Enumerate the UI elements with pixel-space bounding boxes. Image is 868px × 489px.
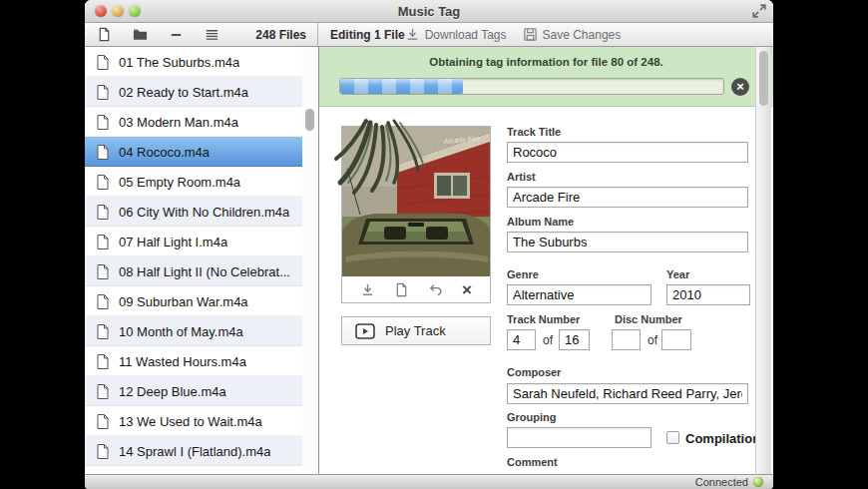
status-bar: Connected	[85, 474, 773, 489]
year-input[interactable]	[666, 284, 750, 305]
play-icon	[355, 323, 375, 339]
file-icon	[97, 414, 109, 429]
editing-status: Editing 1 File	[319, 28, 405, 42]
play-track-label: Play Track	[385, 323, 446, 338]
progress-fill	[340, 79, 463, 94]
file-list-row[interactable]: 12 Deep Blue.m4a	[85, 376, 302, 406]
cancel-progress-button[interactable]: ×	[731, 78, 749, 96]
genre-label: Genre	[507, 268, 539, 280]
file-icon	[97, 354, 109, 369]
grouping-input[interactable]	[507, 427, 651, 448]
window-title: Music Tag	[85, 4, 773, 19]
file-icon	[97, 55, 109, 70]
file-list-row[interactable]: 07 Half Light I.m4a	[85, 227, 302, 256]
artist-input[interactable]	[507, 187, 748, 208]
play-track-button[interactable]: Play Track	[341, 316, 491, 345]
file-list-row[interactable]: 03 Modern Man.m4a	[85, 107, 302, 137]
grouping-label: Grouping	[507, 411, 557, 423]
track-total-input[interactable]	[559, 329, 590, 350]
genre-input[interactable]	[507, 284, 651, 305]
file-name: 09 Suburban War.m4a	[119, 294, 248, 309]
file-count: 248 Files	[255, 28, 306, 42]
artist-label: Artist	[507, 171, 536, 183]
list-view-icon[interactable]	[205, 27, 219, 42]
main-area: 01 The Suburbs.m4a 02 Ready to Start.m4a…	[85, 47, 773, 475]
file-name: 04 Rococo.m4a	[119, 145, 210, 160]
download-icon	[405, 27, 420, 42]
app-window: Music Tag	[85, 0, 773, 489]
file-list-scroll-thumb[interactable]	[305, 109, 314, 131]
open-folder-icon[interactable]	[133, 27, 148, 42]
toolbar-left: 248 Files	[85, 23, 318, 46]
composer-label: Composer	[507, 366, 561, 378]
file-list-row[interactable]: 02 Ready to Start.m4a	[85, 77, 302, 107]
connected-status: Connected	[695, 476, 748, 488]
file-icon	[97, 384, 109, 399]
compilation-label: Compilation	[685, 431, 760, 446]
toolbar-right: Editing 1 File Download Tags Save Change…	[319, 23, 773, 46]
artwork-file-icon[interactable]	[394, 282, 409, 297]
year-label: Year	[666, 268, 689, 280]
expand-icon[interactable]	[752, 4, 766, 18]
track-title-input[interactable]	[507, 142, 748, 163]
file-list-row[interactable]: 08 Half Light II (No Celebrat...	[85, 256, 302, 286]
file-name: 12 Deep Blue.m4a	[119, 384, 226, 399]
file-icon	[97, 85, 109, 100]
file-list-row[interactable]: 11 Wasted Hours.m4a	[85, 346, 302, 376]
file-name: 14 Sprawl I (Flatland).m4a	[119, 444, 270, 459]
download-tags-label: Download Tags	[425, 28, 507, 42]
file-name: 07 Half Light I.m4a	[119, 235, 227, 249]
file-list-row[interactable]: 06 City With No Children.m4a	[85, 197, 302, 227]
progress-message: Obtaining tag information for file 80 of…	[319, 56, 773, 68]
file-list-row[interactable]: 09 Suburban War.m4a	[85, 286, 302, 316]
disc-number-input[interactable]	[612, 329, 641, 350]
download-tags-button[interactable]: Download Tags	[405, 27, 507, 42]
progress-banner: Obtaining tag information for file 80 of…	[319, 47, 773, 107]
edit-panel: Obtaining tag information for file 80 of…	[319, 47, 773, 475]
file-icon	[97, 145, 109, 160]
track-number-label: Track Number	[507, 313, 580, 325]
file-list: 01 The Suburbs.m4a 02 Ready to Start.m4a…	[85, 47, 302, 475]
artwork-undo-icon[interactable]	[428, 282, 443, 297]
file-icon	[97, 324, 109, 339]
progress-bar	[339, 78, 724, 95]
toolbar: 248 Files Editing 1 File Download Tags	[85, 23, 773, 47]
album-name-input[interactable]	[507, 232, 748, 252]
disc-number-of: of	[648, 333, 657, 347]
compilation-checkbox[interactable]	[666, 431, 679, 444]
edit-panel-scrollbar[interactable]	[755, 47, 771, 475]
album-name-label: Album Name	[507, 216, 574, 228]
track-number-input[interactable]	[507, 329, 536, 350]
file-name: 02 Ready to Start.m4a	[119, 85, 248, 100]
file-list-row[interactable]: 13 We Used to Wait.m4a	[85, 406, 302, 436]
file-name: 11 Wasted Hours.m4a	[119, 354, 246, 369]
file-name: 06 City With No Children.m4a	[119, 205, 289, 220]
file-name: 10 Month of May.m4a	[119, 324, 243, 339]
file-icon	[97, 444, 109, 459]
file-name: 05 Empty Room.m4a	[119, 175, 240, 190]
file-icon	[97, 235, 109, 249]
file-name: 03 Modern Man.m4a	[119, 115, 238, 130]
file-list-row[interactable]: 14 Sprawl I (Flatland).m4a	[85, 436, 302, 466]
save-changes-button[interactable]: Save Changes	[523, 27, 622, 42]
new-file-icon[interactable]	[97, 27, 112, 42]
save-changes-label: Save Changes	[543, 28, 622, 42]
disc-total-input[interactable]	[661, 329, 691, 350]
file-list-row[interactable]: 01 The Suburbs.m4a	[85, 47, 302, 77]
file-list-row[interactable]: 04 Rococo.m4a	[85, 137, 302, 167]
edit-panel-scroll-thumb[interactable]	[759, 51, 768, 106]
album-art-image: Arcade Fire	[342, 127, 490, 276]
disc-number-label: Disc Number	[615, 313, 682, 325]
file-name: 08 Half Light II (No Celebrat...	[119, 264, 290, 279]
remove-file-icon[interactable]	[169, 27, 184, 42]
file-icon	[97, 264, 109, 279]
composer-input[interactable]	[507, 383, 748, 404]
file-list-row[interactable]: 05 Empty Room.m4a	[85, 167, 302, 197]
file-list-scrollbar[interactable]	[302, 47, 318, 475]
connected-status-icon	[753, 477, 763, 487]
file-icon	[97, 205, 109, 220]
artwork-download-icon[interactable]	[360, 282, 375, 297]
file-list-row[interactable]: 10 Month of May.m4a	[85, 316, 302, 346]
artwork-remove-icon[interactable]: ×	[462, 282, 472, 297]
file-icon	[97, 294, 109, 309]
